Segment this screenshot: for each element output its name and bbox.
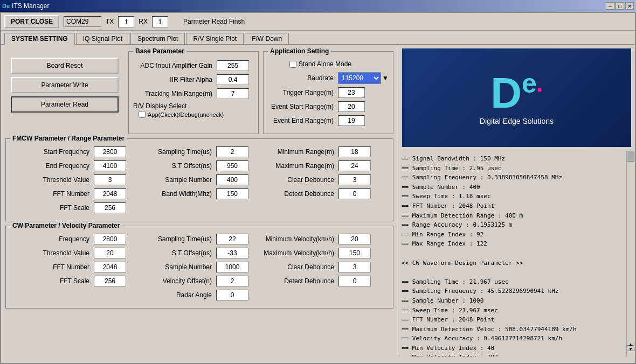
info-line: == Sample Number : 400 <box>402 183 623 192</box>
status-text: Parmeter Read Finsh <box>183 18 245 25</box>
app-setting-title: Application Setting <box>268 47 331 55</box>
detect-debounce-label: Detect Debounce <box>255 190 338 198</box>
info-line: == Maximum Detection Range : 400 m <box>402 211 623 221</box>
velocity-offset-input[interactable] <box>216 276 248 286</box>
cw-col2: Sampling Time(us) S.T Offset(ns) Sample … <box>133 234 248 304</box>
title-bar-text: ITS Manager <box>12 2 49 10</box>
tab-fw-down[interactable]: F/W Down <box>245 33 289 44</box>
fmcw-col2: Sampling Time(us) S.T Offset(ns) Sample … <box>133 146 248 216</box>
cw-sample-num-input[interactable] <box>216 262 248 272</box>
event-start-input[interactable] <box>338 101 365 112</box>
cw-fft-num-label: FFT Number <box>10 263 94 271</box>
info-line: == Sample Number : 1000 <box>402 296 623 306</box>
min-range-label: Minimum Range(m) <box>255 148 338 156</box>
cw-detect-debounce-label: Detect Debounce <box>255 277 338 285</box>
rv-check-label: App(Ckeck)/Debug(uncheck) <box>148 111 224 118</box>
close-button[interactable]: ✕ <box>625 2 634 10</box>
fmcw-col3: Minimum Range(m) Maximum Range(m) Clear … <box>255 146 371 216</box>
cw-col3: Minimum Velocity(km/h) Maximum Velocity(… <box>255 234 371 304</box>
max-range-label: Maximum Range(m) <box>255 162 338 170</box>
logo-subtitle: Digital Edge Solutions <box>480 117 554 125</box>
tracking-input[interactable] <box>217 88 249 99</box>
info-line: == Sampling Frequency : 45.5228296990941… <box>402 286 623 296</box>
cw-threshold-label: Threshold Value <box>10 249 94 257</box>
info-line: == Sampling Frequency : 0.33898305084745… <box>402 173 623 183</box>
cw-freq-label: Frequency <box>10 235 94 243</box>
info-line: == Min Velocity Index : 40 <box>402 344 623 353</box>
com-port-input[interactable] <box>64 16 101 27</box>
iir-label: IIR Filter Alpha <box>133 76 217 83</box>
cw-col1: Frequency Threshold Value FFT Number <box>10 234 126 304</box>
cw-sample-num-label: Sample Number <box>133 263 216 271</box>
min-velocity-input[interactable] <box>338 234 371 244</box>
event-end-input[interactable] <box>338 115 365 126</box>
event-end-label: Event End Range(m) <box>268 117 338 124</box>
fmcw-fft-num-input[interactable] <box>94 188 126 199</box>
velocity-offset-label: Velocity Offset(n) <box>133 277 216 285</box>
tx-value-input[interactable] <box>118 16 134 27</box>
min-range-input[interactable] <box>338 146 371 157</box>
end-freq-input[interactable] <box>94 160 126 171</box>
cw-sampling-time-label: Sampling Time(us) <box>133 235 216 243</box>
iir-input[interactable] <box>217 74 249 85</box>
parameter-write-button[interactable]: Parameter Write <box>11 77 119 93</box>
sample-num-input[interactable] <box>216 174 248 185</box>
trigger-input[interactable] <box>338 87 365 98</box>
cw-freq-input[interactable] <box>94 234 126 244</box>
tab-iq-signal-plot[interactable]: IQ Signal Plot <box>76 33 129 44</box>
cw-st-offset-input[interactable] <box>216 248 248 258</box>
rx-value-input[interactable] <box>152 16 168 27</box>
info-line: == Sweep Time : 1.18 msec <box>402 192 623 201</box>
radar-angle-input[interactable] <box>216 290 248 300</box>
parameter-read-button[interactable]: Parameter Read <box>11 96 119 113</box>
bandwidth-label: Band Width(Mhz) <box>133 190 216 198</box>
logo-dot: e <box>522 68 537 99</box>
cw-fft-scale-input[interactable] <box>94 276 126 286</box>
sampling-time-input[interactable] <box>216 146 248 157</box>
scrollbar[interactable]: ▲ ▼ <box>626 151 635 356</box>
adc-input[interactable] <box>217 60 249 71</box>
info-line: == Maximum Detection Veloc : 508.0347794… <box>402 325 623 334</box>
cw-fft-scale-label: FFT Scale <box>10 277 94 285</box>
fmcw-fft-scale-input[interactable] <box>94 202 126 213</box>
info-line: == Max Velocity Index : 302 <box>402 353 623 356</box>
cw-sampling-time-input[interactable] <box>216 234 248 244</box>
board-reset-button[interactable]: Board Reset <box>11 58 119 74</box>
start-freq-input[interactable] <box>94 146 126 157</box>
cw-fft-num-input[interactable] <box>94 262 126 272</box>
max-range-input[interactable] <box>338 160 371 171</box>
bandwidth-input[interactable] <box>216 188 248 199</box>
cw-detect-debounce-input[interactable] <box>338 276 371 286</box>
baudrate-select[interactable]: 115200 57600 38400 <box>338 72 381 84</box>
cw-threshold-input[interactable] <box>94 248 126 258</box>
rv-checkbox[interactable] <box>139 111 146 118</box>
info-line: == Max Range Index : 122 <box>402 239 623 249</box>
logo-dot-mark: ● <box>537 84 543 95</box>
max-velocity-input[interactable] <box>338 248 371 258</box>
minimize-button[interactable]: – <box>606 2 614 10</box>
rx-label: RX <box>139 18 148 25</box>
info-line: == FFT Number : 2048 Point <box>402 201 623 211</box>
app-icon: De <box>2 3 10 9</box>
clear-debounce-input[interactable] <box>338 174 371 185</box>
tab-spectrum-plot[interactable]: Spectrum Plot <box>130 33 185 44</box>
st-offset-input[interactable] <box>216 160 248 171</box>
info-line: == Signal Bandwidth : 150 MHz <box>402 154 623 164</box>
maximize-button[interactable]: □ <box>616 2 624 10</box>
port-close-button[interactable]: PORT CLOSE <box>4 15 59 28</box>
trigger-label: Trigger Range(m) <box>268 89 338 96</box>
standalone-checkbox[interactable] <box>289 61 296 68</box>
main-window: PORT CLOSE TX RX Parmeter Read Finsh SYS… <box>0 12 636 364</box>
adc-label: ADC Input Amplifier Gain <box>133 62 217 69</box>
info-line: == FFT Number : 2048 Point <box>402 315 623 325</box>
fmcw-threshold-input[interactable] <box>94 174 126 185</box>
tab-rv-single-plot[interactable]: R/V Single Plot <box>186 33 244 44</box>
sampling-time-label: Sampling Time(us) <box>133 148 216 156</box>
detect-debounce-input[interactable] <box>338 188 371 199</box>
info-line: == Sampling Time : 21.967 usec <box>402 277 623 287</box>
cw-clear-debounce-input[interactable] <box>338 262 371 272</box>
cw-clear-debounce-label: Clear Debounce <box>255 263 338 271</box>
min-velocity-label: Minimum Velocity(km/h) <box>255 235 338 243</box>
logo-content: De● Digital Edge Solutions <box>480 70 554 125</box>
tab-system-setting[interactable]: SYSTEM SETTING <box>4 33 75 45</box>
